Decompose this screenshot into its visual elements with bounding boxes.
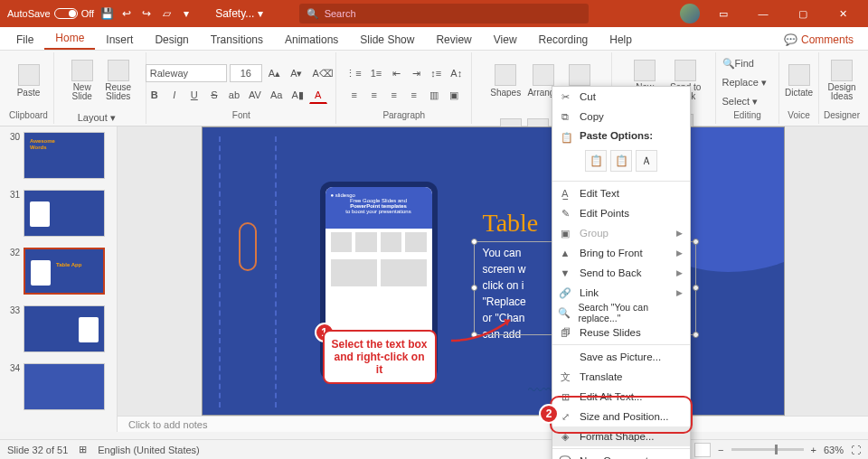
shadow-button[interactable]: ab (225, 86, 243, 104)
numbering-button[interactable]: 1≡ (367, 64, 386, 82)
paste-opt-keep-format[interactable]: 📋 (610, 150, 632, 172)
paste-opt-dest-theme[interactable]: 📋 (585, 150, 607, 172)
ctx-translate[interactable]: 文Translate (552, 367, 690, 387)
zoom-in-button[interactable]: + (811, 445, 816, 455)
maximize-button[interactable]: ▢ (787, 0, 819, 27)
undo-icon[interactable]: ↩ (119, 6, 134, 21)
shrink-font-button[interactable]: A▾ (287, 64, 306, 82)
align-right-button[interactable]: ≡ (385, 86, 403, 104)
align-center-button[interactable]: ≡ (365, 86, 383, 104)
user-avatar[interactable] (680, 4, 700, 23)
autosave-toggle[interactable]: AutoSave Off (7, 8, 94, 19)
close-button[interactable]: ✕ (826, 0, 859, 27)
font-name-box[interactable]: Raleway (146, 64, 227, 82)
bold-button[interactable]: B (146, 86, 164, 104)
ctx-format-shape[interactable]: ◈Format Shape... (552, 426, 690, 446)
underline-button[interactable]: U (185, 86, 203, 104)
thumbnail-33[interactable]: 33 (0, 304, 117, 361)
highlight-button[interactable]: A▮ (288, 86, 307, 104)
zoom-slider[interactable] (731, 448, 804, 451)
shapes-button[interactable]: Shapes (488, 54, 523, 107)
accessibility-icon[interactable]: ⊞ (79, 444, 87, 455)
ctx-edit-points[interactable]: ✎Edit Points (552, 203, 690, 223)
save-icon[interactable]: 💾 (99, 6, 114, 21)
font-size-box[interactable]: 16 (230, 64, 262, 82)
minimize-button[interactable]: — (747, 0, 779, 27)
select-button[interactable]: Select ▾ (719, 92, 777, 110)
thumbnail-30[interactable]: 30 Awesome Words (0, 130, 117, 188)
ctx-new-comment[interactable]: 💬New Comment (552, 451, 690, 459)
find-button[interactable]: 🔍 Find (719, 54, 777, 72)
resize-handle[interactable] (693, 285, 699, 291)
clear-format-button[interactable]: A⌫ (309, 64, 337, 82)
change-case-button[interactable]: Aa (267, 86, 286, 104)
ctx-bring-front[interactable]: ▲Bring to Front▶ (552, 243, 690, 263)
reuse-slides-button[interactable]: Reuse Slides (101, 54, 136, 107)
tab-help[interactable]: Help (599, 30, 643, 50)
resize-handle[interactable] (471, 285, 477, 291)
resize-handle[interactable] (693, 239, 699, 245)
zoom-value[interactable]: 63% (824, 445, 844, 455)
ctx-alt-text[interactable]: ⊞Edit Alt Text... (552, 387, 690, 407)
tab-transitions[interactable]: Transitions (200, 30, 274, 50)
ctx-group[interactable]: ▣Group▶ (552, 223, 690, 243)
search-box[interactable]: 🔍 Search (299, 4, 589, 23)
resize-handle[interactable] (693, 332, 699, 338)
strike-button[interactable]: S (205, 86, 223, 104)
ribbon-display-options[interactable]: ▭ (707, 0, 740, 27)
dictate-button[interactable]: Dictate (779, 54, 819, 107)
tab-review[interactable]: Review (425, 30, 482, 50)
columns-button[interactable]: ▥ (425, 86, 443, 104)
qat-dropdown-icon[interactable]: ▾ (179, 6, 193, 21)
indent-dec-button[interactable]: ⇤ (387, 64, 405, 82)
thumbnail-32[interactable]: 32 Table App (0, 246, 117, 304)
tab-view[interactable]: View (483, 30, 528, 50)
slide-title[interactable]: Table (483, 209, 539, 238)
thumbnail-34[interactable]: 34 (0, 361, 117, 419)
ctx-copy[interactable]: ⧉Copy (552, 107, 690, 126)
new-slide-button[interactable]: New Slide (65, 54, 99, 107)
slideshow-view-button[interactable] (694, 443, 711, 457)
tab-insert[interactable]: Insert (95, 30, 144, 50)
bullets-button[interactable]: ⋮≡ (342, 64, 364, 82)
grow-font-button[interactable]: A▴ (265, 64, 284, 82)
ctx-save-as-picture[interactable]: Save as Picture... (552, 347, 690, 367)
tab-home[interactable]: Home (44, 28, 95, 50)
tab-design[interactable]: Design (144, 30, 199, 50)
slide-canvas[interactable]: ● slidesgo Free Google Slides and PowerP… (118, 126, 868, 416)
comments-button[interactable]: 💬 Comments (775, 30, 863, 50)
ctx-edit-text[interactable]: A̲Edit Text (552, 183, 690, 203)
ctx-send-back[interactable]: ▼Send to Back▶ (552, 263, 690, 283)
align-left-button[interactable]: ≡ (345, 86, 363, 104)
line-spacing-button[interactable]: ↕≡ (427, 64, 445, 82)
ctx-size-position[interactable]: ⤢Size and Position... (552, 407, 690, 426)
redo-icon[interactable]: ↪ (139, 6, 154, 21)
ctx-link[interactable]: 🔗Link▶ (552, 283, 690, 303)
tab-animations[interactable]: Animations (274, 30, 349, 50)
indent-inc-button[interactable]: ⇥ (407, 64, 425, 82)
notes-pane[interactable]: Click to add notes (118, 416, 868, 432)
justify-button[interactable]: ≡ (405, 86, 423, 104)
smartart-button[interactable]: ▣ (445, 86, 463, 104)
italic-button[interactable]: I (165, 86, 184, 104)
document-title[interactable]: Safety... ▾ (215, 7, 262, 20)
tab-slideshow[interactable]: Slide Show (349, 30, 425, 50)
paste-button[interactable]: Paste (9, 54, 49, 107)
tab-recording[interactable]: Recording (528, 30, 599, 50)
ctx-cut[interactable]: ✂Cut (552, 87, 690, 107)
replace-button[interactable]: Replace ▾ (719, 73, 777, 91)
resize-handle[interactable] (471, 239, 477, 245)
slide-thumbnail-panel[interactable]: 30 Awesome Words 31 32 Table App 33 34 (0, 126, 118, 432)
thumbnail-31[interactable]: 31 (0, 188, 117, 246)
ctx-reuse-slides[interactable]: 🗐Reuse Slides (552, 323, 690, 342)
text-direction-button[interactable]: A↕ (447, 64, 466, 82)
paste-opt-text-only[interactable]: Ａ (636, 150, 657, 172)
language-status[interactable]: English (United States) (98, 445, 200, 455)
design-ideas-button[interactable]: Design Ideas (822, 54, 862, 107)
layout-button[interactable]: Layout ▾ (74, 108, 127, 126)
fit-to-window-button[interactable]: ⛶ (851, 445, 861, 455)
ctx-search[interactable]: 🔍Search "You can replace..." (552, 303, 690, 323)
zoom-out-button[interactable]: − (718, 445, 723, 455)
font-color-button[interactable]: A (309, 86, 327, 104)
present-icon[interactable]: ▱ (159, 6, 174, 21)
